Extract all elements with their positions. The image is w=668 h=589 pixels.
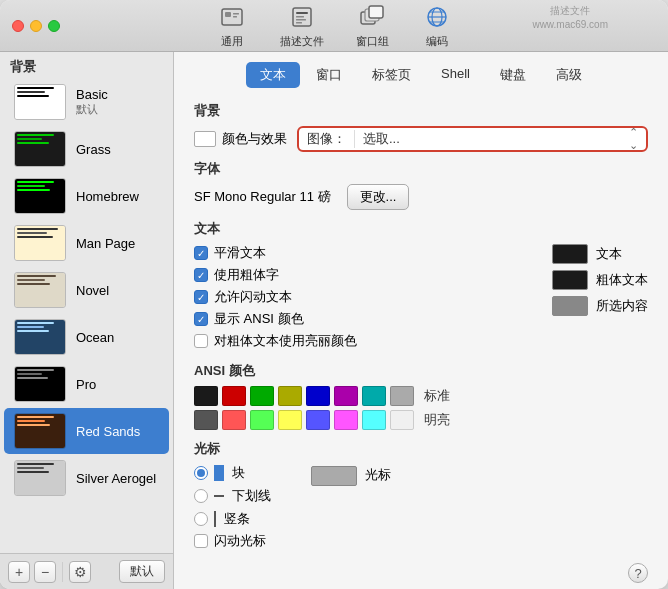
sidebar-item-ocean-name: Ocean <box>76 330 114 345</box>
image-select-value: 选取... <box>363 130 400 148</box>
cursor-block-radio[interactable] <box>194 466 208 480</box>
ansi-std-2[interactable] <box>250 386 274 406</box>
ansi-bright-6[interactable] <box>362 410 386 430</box>
ansi-std-0[interactable] <box>194 386 218 406</box>
selection-color-swatch[interactable] <box>552 296 588 316</box>
remove-profile-button[interactable]: − <box>34 561 56 583</box>
cursor-bar-label: 竖条 <box>224 510 250 528</box>
ansi-std-4[interactable] <box>306 386 330 406</box>
sidebar-item-silver[interactable]: Silver Aerogel <box>4 455 169 501</box>
ansi-color-label: 显示 ANSI 颜色 <box>214 310 304 328</box>
help-button[interactable]: ? <box>628 563 648 583</box>
toolbar: 通用 描述文件 <box>12 0 656 53</box>
add-profile-button[interactable]: + <box>8 561 30 583</box>
image-select-dropdown[interactable]: 选取... ⌃⌄ <box>355 126 646 152</box>
cursor-block-row: 块 <box>194 464 271 482</box>
svg-rect-5 <box>296 12 308 14</box>
cursor-bar-radio[interactable] <box>194 512 208 526</box>
sidebar-item-basic-name: Basic <box>76 87 108 102</box>
font-row: SF Mono Regular 11 磅 更改... <box>194 184 648 210</box>
ansi-bright-0[interactable] <box>194 410 218 430</box>
sidebar-item-manpage-info: Man Page <box>76 236 135 251</box>
color-effects-label: 颜色与效果 <box>222 130 287 148</box>
sidebar-item-silver-name: Silver Aerogel <box>76 471 156 486</box>
sidebar-item-novel[interactable]: Novel <box>4 267 169 313</box>
ansi-std-6[interactable] <box>362 386 386 406</box>
sidebar-item-basic[interactable]: Basic 默认 <box>4 79 169 125</box>
ansi-bright-1[interactable] <box>222 410 246 430</box>
toolbar-encoding-label: 编码 <box>426 34 448 49</box>
windowgroup-icon <box>356 3 388 31</box>
tab-text[interactable]: 文本 <box>246 62 300 88</box>
bold-color-swatch[interactable] <box>552 270 588 290</box>
text-checkboxes: ✓ 平滑文本 ✓ 使用粗体字 ✓ 允许闪动文本 ✓ <box>194 244 532 354</box>
tab-shell[interactable]: Shell <box>427 62 484 88</box>
sidebar-item-redsands[interactable]: Red Sands <box>4 408 169 454</box>
bright-bold-checkbox[interactable] <box>194 334 208 348</box>
ansi-std-7[interactable] <box>390 386 414 406</box>
ansi-bright-label: 明亮 <box>424 411 450 429</box>
sidebar-item-pro[interactable]: Pro <box>4 361 169 407</box>
ansi-bright-3[interactable] <box>278 410 302 430</box>
cursor-color-swatch[interactable] <box>311 466 357 486</box>
background-row: 颜色与效果 图像： 选取... ⌃⌄ <box>194 126 648 152</box>
ansi-bright-5[interactable] <box>334 410 358 430</box>
cursor-underline-radio[interactable] <box>194 489 208 503</box>
change-font-button[interactable]: 更改... <box>347 184 410 210</box>
minimize-button[interactable] <box>30 20 42 32</box>
tab-advanced[interactable]: 高级 <box>542 62 596 88</box>
thumb-homebrew <box>14 178 66 214</box>
sidebar-item-homebrew[interactable]: Homebrew <box>4 173 169 219</box>
text-section-title: 文本 <box>194 220 648 238</box>
bold-text-checkbox[interactable]: ✓ <box>194 268 208 282</box>
background-section-title: 背景 <box>194 102 648 120</box>
sidebar-item-ocean[interactable]: Ocean <box>4 314 169 360</box>
default-button[interactable]: 默认 <box>119 560 165 583</box>
thumb-redsands <box>14 413 66 449</box>
text-color-swatch[interactable] <box>552 244 588 264</box>
zoom-button[interactable] <box>48 20 60 32</box>
blink-text-checkbox[interactable]: ✓ <box>194 290 208 304</box>
profile-icon <box>286 3 318 31</box>
ansi-bright-7[interactable] <box>390 410 414 430</box>
ansi-color-row: ✓ 显示 ANSI 颜色 <box>194 310 532 328</box>
content-area: 文本 窗口 标签页 Shell 键盘 高级 背景 颜色与效果 图像： <box>174 52 668 589</box>
sidebar-item-basic-info: Basic 默认 <box>76 87 108 117</box>
cursor-underline-preview <box>214 495 224 497</box>
image-selector[interactable]: 图像： 选取... ⌃⌄ <box>297 126 648 152</box>
ansi-std-5[interactable] <box>334 386 358 406</box>
close-button[interactable] <box>12 20 24 32</box>
ansi-bright-4[interactable] <box>306 410 330 430</box>
smooth-text-checkbox[interactable]: ✓ <box>194 246 208 260</box>
ansi-bright-row: 明亮 <box>194 410 648 430</box>
sidebar-item-manpage[interactable]: Man Page <box>4 220 169 266</box>
toolbar-general[interactable]: 通用 <box>202 0 262 53</box>
tab-window[interactable]: 窗口 <box>302 62 356 88</box>
tab-keyboard[interactable]: 键盘 <box>486 62 540 88</box>
color-box <box>194 131 216 147</box>
settings-button[interactable]: ⚙ <box>69 561 91 583</box>
sidebar: 背景 Basic 默认 <box>0 52 174 589</box>
cursor-bar-preview <box>214 511 216 527</box>
thumb-grass <box>14 131 66 167</box>
image-label: 图像： <box>299 130 355 148</box>
cursor-underline-row: 下划线 <box>194 487 271 505</box>
toolbar-profile[interactable]: 描述文件 <box>266 0 338 53</box>
thumb-silver <box>14 460 66 496</box>
toolbar-windowgroup[interactable]: 窗口组 <box>342 0 403 53</box>
toolbar-general-label: 通用 <box>221 34 243 49</box>
ansi-std-3[interactable] <box>278 386 302 406</box>
blink-cursor-checkbox[interactable] <box>194 534 208 548</box>
ansi-bright-2[interactable] <box>250 410 274 430</box>
tab-tabs[interactable]: 标签页 <box>358 62 425 88</box>
ansi-std-1[interactable] <box>222 386 246 406</box>
blink-text-label: 允许闪动文本 <box>214 288 292 306</box>
sidebar-item-novel-info: Novel <box>76 283 109 298</box>
sidebar-item-homebrew-name: Homebrew <box>76 189 139 204</box>
sidebar-item-grass[interactable]: Grass <box>4 126 169 172</box>
color-effects-option[interactable]: 颜色与效果 <box>194 130 287 148</box>
toolbar-encoding[interactable]: 编码 <box>407 0 467 53</box>
ansi-color-checkbox[interactable]: ✓ <box>194 312 208 326</box>
sidebar-item-ocean-info: Ocean <box>76 330 114 345</box>
sidebar-list: Basic 默认 Grass <box>0 78 173 553</box>
